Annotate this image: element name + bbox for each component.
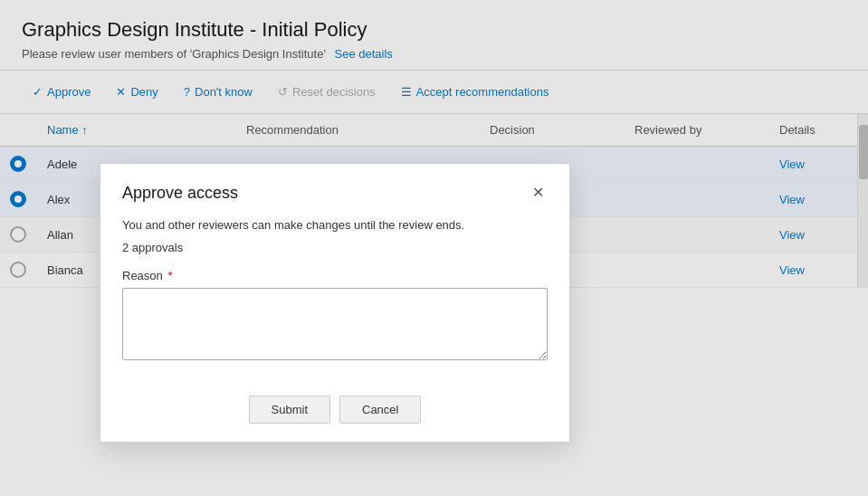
modal-reason-label: Reason * (122, 269, 548, 282)
reason-textarea[interactable] (122, 288, 548, 360)
modal-header: Approve access ✕ (100, 164, 569, 215)
modal-footer: Submit Cancel (100, 381, 569, 442)
modal-overlay: Approve access ✕ You and other reviewers… (0, 0, 868, 496)
modal-info-text: You and other reviewers can make changes… (122, 218, 548, 232)
modal-title: Approve access (122, 184, 238, 203)
required-indicator: * (167, 269, 172, 282)
page-container: Graphics Design Institute - Initial Poli… (0, 0, 868, 496)
cancel-button[interactable]: Cancel (339, 396, 421, 424)
approve-access-modal: Approve access ✕ You and other reviewers… (100, 163, 570, 443)
submit-button[interactable]: Submit (249, 396, 330, 424)
modal-close-button[interactable]: ✕ (529, 182, 548, 204)
modal-count: 2 approvals (122, 241, 548, 254)
modal-body: You and other reviewers can make changes… (100, 215, 569, 381)
